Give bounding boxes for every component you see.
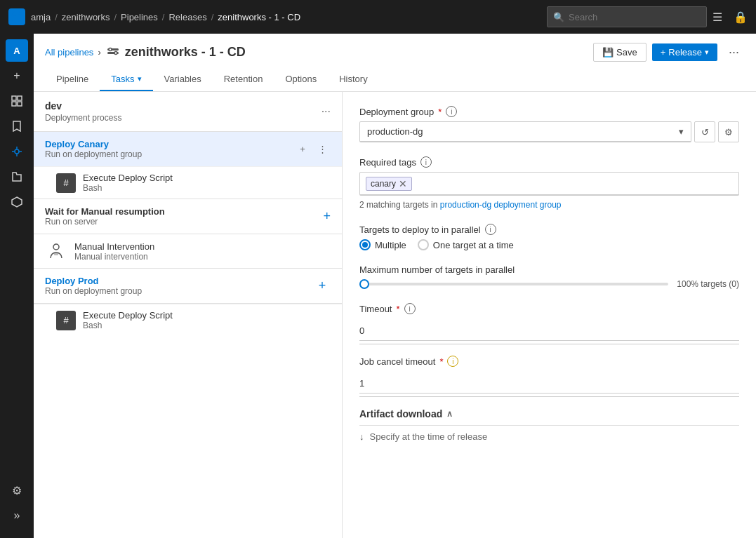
manual-intervention-item[interactable]: Manual Intervention Manual intervention xyxy=(34,234,342,269)
artifact-download-header[interactable]: Artifact download ∧ xyxy=(359,408,739,419)
wait-manual-group[interactable]: Wait for Manual resumption Run on server… xyxy=(34,199,342,234)
manual-intervention-icon xyxy=(45,240,67,262)
list-icon[interactable]: ☰ xyxy=(712,11,722,24)
svg-point-9 xyxy=(114,51,117,54)
sidebar-icon-pipelines[interactable] xyxy=(6,140,28,163)
targets-info-icon[interactable]: i xyxy=(485,224,496,235)
azure-devops-logo[interactable] xyxy=(8,8,25,25)
slider-value-label: 100% targets (0) xyxy=(677,279,739,289)
content-area: All pipelines › zenithworks - 1 - CD 💾 S… xyxy=(34,34,756,538)
deployment-group-info-icon[interactable]: i xyxy=(446,106,457,117)
timeout-section: Timeout * i xyxy=(359,303,739,344)
max-targets-label: Maximum number of targets in parallel xyxy=(359,264,739,275)
breadcrumb-pipelines[interactable]: Pipelines xyxy=(121,12,158,22)
timeout-label: Timeout * i xyxy=(359,303,739,314)
all-pipelines-link[interactable]: All pipelines xyxy=(45,47,93,58)
sidebar-icon-boards[interactable] xyxy=(6,90,28,112)
search-icon: 🔍 xyxy=(553,12,564,22)
deployment-group-dropdown[interactable]: production-dg ▾ xyxy=(359,121,691,142)
deploy-prod-header[interactable]: Deploy Prod Run on deployment group + xyxy=(34,269,342,304)
tab-retention[interactable]: Retention xyxy=(213,68,274,91)
radio-one-target-circle xyxy=(418,239,429,250)
stage-menu-button[interactable]: ··· xyxy=(321,105,331,118)
job-cancel-input-wrapper xyxy=(359,371,739,397)
tab-variables[interactable]: Variables xyxy=(153,68,213,91)
tags-input-field[interactable]: canary ✕ xyxy=(359,172,739,196)
sidebar-icon-settings[interactable]: ⚙ xyxy=(6,479,28,502)
stage-sub: Deployment process xyxy=(45,113,121,123)
tab-tasks[interactable]: Tasks ▾ xyxy=(100,68,152,91)
job-cancel-timeout-label: Job cancel timeout * i xyxy=(359,356,739,367)
refresh-button[interactable]: ↺ xyxy=(694,121,715,142)
lock-icon[interactable]: 🔒 xyxy=(734,11,748,24)
page-header: All pipelines › zenithworks - 1 - CD 💾 S… xyxy=(34,34,756,92)
stage-name: dev xyxy=(45,100,121,112)
required-tags-label: Required tags i xyxy=(359,156,739,168)
tag-canary-close[interactable]: ✕ xyxy=(399,179,407,189)
svg-rect-2 xyxy=(12,102,16,106)
sidebar-icon-repos[interactable] xyxy=(6,115,28,137)
job-cancel-info-icon[interactable]: i xyxy=(447,356,458,367)
deploy-prod-add-button[interactable]: + xyxy=(314,278,331,295)
execute-deploy-script-item-1[interactable]: # Execute Deploy Script Bash xyxy=(34,166,342,199)
breadcrumb-amja[interactable]: amja xyxy=(31,12,51,22)
task-group-menu-button[interactable]: ⋮ xyxy=(314,141,331,158)
wait-sub: Run on server xyxy=(45,217,165,227)
matching-link[interactable]: production-dg deployment group xyxy=(440,200,562,210)
matching-targets-text: 2 matching targets in production-dg depl… xyxy=(359,200,739,210)
breadcrumb-zenithworks[interactable]: zenithworks xyxy=(62,12,110,22)
stage-section: dev Deployment process ··· xyxy=(34,92,342,132)
page-breadcrumb: All pipelines › xyxy=(45,47,101,58)
bash-icon-1: # xyxy=(56,173,76,193)
deploy-prod-sub: Run on deployment group xyxy=(45,286,142,296)
add-task-button[interactable]: + xyxy=(294,141,311,158)
task-title-1: Execute Deploy Script xyxy=(83,173,173,183)
breadcrumb: amja / zenithworks / Pipelines / Release… xyxy=(31,12,541,22)
release-button[interactable]: + Release ▾ xyxy=(652,43,717,61)
sidebar-icon-add[interactable]: + xyxy=(6,65,28,87)
slider-row: 100% targets (0) xyxy=(359,279,739,289)
search-box[interactable]: 🔍 xyxy=(547,6,707,27)
sidebar-icon-artifacts[interactable] xyxy=(6,191,28,213)
deploy-canary-header[interactable]: Deploy Canary Run on deployment group + … xyxy=(34,132,342,166)
svg-rect-1 xyxy=(18,96,22,100)
save-button[interactable]: 💾 Save xyxy=(593,43,646,62)
radio-one-target[interactable]: One target at a time xyxy=(418,239,514,250)
svg-point-4 xyxy=(15,149,19,154)
execute-deploy-script-item-2[interactable]: # Execute Deploy Script Bash xyxy=(34,304,342,336)
right-panel: Deployment group * i production-dg ▾ ↺ ⚙ xyxy=(343,92,756,538)
left-sidebar: A + ⚙ » xyxy=(0,34,34,538)
down-arrow-icon: ↓ xyxy=(359,431,364,442)
svg-rect-3 xyxy=(18,102,22,106)
deploy-prod-section: Deploy Prod Run on deployment group + # … xyxy=(34,269,342,336)
tag-canary: canary ✕ xyxy=(366,177,412,191)
tab-pipeline[interactable]: Pipeline xyxy=(45,68,100,91)
svg-point-8 xyxy=(109,48,112,51)
search-input[interactable] xyxy=(569,12,701,22)
job-cancel-timeout-input[interactable] xyxy=(359,374,739,394)
job-cancel-timeout-section: Job cancel timeout * i xyxy=(359,356,739,397)
sidebar-icon-expand[interactable]: » xyxy=(6,504,28,527)
timeout-info-icon[interactable]: i xyxy=(404,303,416,314)
top-bar-icons: ☰ 🔒 xyxy=(712,11,748,24)
breadcrumb-releases[interactable]: Releases xyxy=(168,12,206,22)
radio-multiple[interactable]: Multiple xyxy=(359,239,406,250)
pipeline-icon xyxy=(107,45,119,60)
tab-options[interactable]: Options xyxy=(274,68,328,91)
dropdown-chevron-icon: ▾ xyxy=(679,126,684,137)
svg-rect-0 xyxy=(12,96,16,100)
split-view: dev Deployment process ··· Deploy Canary… xyxy=(34,92,756,538)
save-icon: 💾 xyxy=(602,47,614,58)
sidebar-icon-testplans[interactable] xyxy=(6,166,28,188)
header-actions: 💾 Save + Release ▾ ··· xyxy=(593,42,745,62)
targets-slider[interactable] xyxy=(359,283,668,285)
tab-history[interactable]: History xyxy=(328,68,378,91)
wait-add-button[interactable]: + xyxy=(323,209,331,224)
page-title: zenithworks - 1 - CD xyxy=(125,45,246,60)
sidebar-icon-azure[interactable]: A xyxy=(6,39,28,62)
timeout-input[interactable] xyxy=(359,321,739,341)
manage-button[interactable]: ⚙ xyxy=(718,121,739,142)
wait-title: Wait for Manual resumption xyxy=(45,206,165,217)
more-options-button[interactable]: ··· xyxy=(723,42,745,62)
required-tags-info-icon[interactable]: i xyxy=(420,156,432,168)
